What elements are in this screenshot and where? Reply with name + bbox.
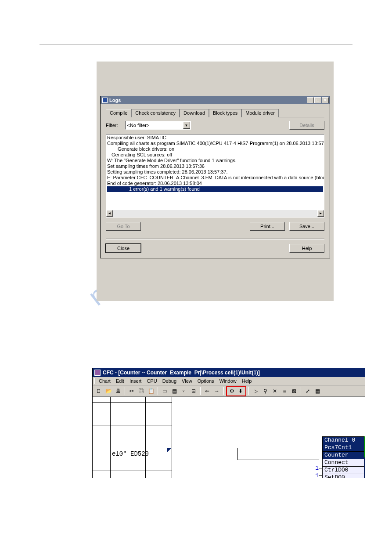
cut-icon[interactable]: ✂ (127, 387, 136, 395)
compile-icon[interactable]: ⚙ (227, 387, 236, 395)
cfc-app-icon (94, 370, 101, 376)
filter-value: <No filter> (127, 123, 150, 128)
tab-check-consistency[interactable]: Check consistency (131, 109, 180, 117)
menu-insert[interactable]: Insert (129, 378, 142, 384)
block-header: Channel 0 (322, 436, 364, 444)
log-line[interactable]: End of code generator: 28.06.2013 13:58:… (107, 181, 323, 186)
tab-compile[interactable]: Compile (106, 109, 131, 117)
goto-button[interactable]: Go To (106, 222, 141, 231)
cfc-titlebar: CFC - [Counter -- Counter_Example_Prj\Pr… (93, 368, 365, 377)
toolbar-separator (301, 387, 301, 395)
menu-window[interactable]: Window (219, 378, 237, 384)
scroll-right-icon[interactable]: ► (317, 210, 324, 217)
paste-icon[interactable]: 📋 (147, 387, 155, 395)
menu-edit[interactable]: Edit (116, 378, 124, 384)
new-icon[interactable]: 🗋 (94, 387, 103, 395)
cfc-canvas[interactable]: el0" ED520 1 1 0 Channel 0 Pcs7Cnt1 Coun… (93, 397, 365, 478)
right-icon[interactable]: → (212, 387, 221, 395)
close-button[interactable]: Close (106, 244, 141, 253)
msg-icon[interactable]: ⊠ (290, 387, 298, 395)
connection-marker-icon (167, 448, 172, 452)
menubar: Chart Edit Insert CPU Debug View Options… (93, 377, 365, 385)
minimize-icon[interactable]: _ (307, 97, 314, 103)
menu-grip-icon (94, 378, 96, 384)
online-icon[interactable]: ▷ (251, 387, 260, 395)
block-port[interactable]: SetDO0 (322, 474, 364, 478)
menu-chart[interactable]: Chart (99, 378, 111, 384)
toolbar-separator (200, 387, 201, 395)
log-line[interactable]: E: Parameter CFC_COUNTER_A.Channel_3.FM_… (107, 175, 323, 181)
toolbar-separator (125, 387, 125, 395)
block-type: Pcs7Cnt1 (322, 444, 364, 452)
tab-module-driver[interactable]: Module driver (241, 109, 279, 117)
help-button[interactable]: Help (289, 244, 324, 253)
log-line[interactable]: Compiling all charts as program SIMATIC … (107, 141, 323, 146)
test-icon[interactable]: ⚲ (261, 387, 270, 395)
print-icon[interactable]: 🖶 (114, 387, 122, 395)
left-icon[interactable]: ⇐ (203, 387, 212, 395)
open-icon[interactable]: 📂 (104, 387, 113, 395)
titlebar: Logs _ □ ✕ (101, 96, 330, 104)
tabs: Compile Check consistency Download Block… (106, 109, 324, 117)
menu-debug[interactable]: Debug (162, 378, 176, 384)
menu-help[interactable]: Help (242, 378, 252, 384)
trend-icon[interactable]: ≡ (280, 387, 289, 395)
log-line[interactable]: Responsible user: SIMATIC (107, 135, 323, 141)
watch-icon[interactable]: ✕ (270, 387, 279, 395)
logs-dialog: Logs _ □ ✕ Compile Check consistency Dow… (100, 96, 330, 258)
maximize-icon[interactable]: □ (314, 97, 321, 103)
h-scrollbar[interactable]: ◄ ► (106, 210, 324, 217)
details-button[interactable]: Details (289, 121, 324, 130)
catalog-icon[interactable]: ▭ (160, 387, 169, 395)
block-status-icon (364, 436, 365, 457)
app-icon (102, 98, 108, 103)
zoom-icon[interactable]: ⤢ (303, 387, 312, 395)
filter-combo[interactable]: <No filter> ▼ (125, 121, 191, 130)
menu-options[interactable]: Options (198, 378, 214, 384)
toolbar-separator (248, 387, 249, 395)
io-icon[interactable]: ⫟ (180, 387, 188, 395)
close-icon[interactable]: ✕ (322, 97, 329, 103)
copy-icon[interactable]: ⿻ (137, 387, 146, 395)
block-name: Counter (322, 452, 364, 459)
tab-download[interactable]: Download (180, 109, 209, 117)
sheet-icon[interactable]: ▤ (170, 387, 179, 395)
port-value: 1 (315, 465, 319, 472)
diag-icon[interactable]: ⊟ (189, 387, 198, 395)
toolbar-separator (158, 387, 158, 395)
log-line[interactable]: Generate block drivers: on (107, 146, 323, 152)
dialog-backdrop: Logs _ □ ✕ Compile Check consistency Dow… (97, 62, 334, 301)
log-line[interactable]: Setting sampling times completed: 28.06.… (107, 169, 323, 175)
log-line[interactable]: Set sampling times from 28.06.2013 13:57… (107, 163, 323, 169)
save-button[interactable]: Save... (289, 222, 324, 231)
download-icon[interactable]: ⬇ (236, 387, 245, 395)
menu-cpu[interactable]: CPU (147, 378, 157, 384)
scroll-left-icon[interactable]: ◄ (106, 210, 113, 217)
toolbar-separator (223, 387, 224, 395)
block-side-icon (364, 457, 365, 478)
menu-view[interactable]: View (182, 378, 192, 384)
toolbar: 🗋📂🖶✂⿻📋▭▤⫟⊟⇐→⚙⬇▷⚲✕≡⊠⤢▦ (93, 385, 365, 397)
cell-label: el0" ED520 (112, 450, 149, 457)
log-line[interactable]: W: The "Generate Module Driver" function… (107, 158, 323, 163)
port-value: 1 (315, 472, 319, 478)
filter-label: Filter: (106, 123, 118, 128)
print-button[interactable]: Print... (250, 222, 285, 231)
log-line[interactable]: Generating SCL sources: off (107, 152, 323, 158)
block-port[interactable]: Connect (322, 459, 364, 467)
scroll-track[interactable] (113, 210, 317, 217)
chevron-down-icon[interactable]: ▼ (183, 122, 190, 129)
log-list[interactable]: Responsible user: SIMATIC Compiling all … (106, 134, 324, 218)
grid-icon[interactable]: ▦ (313, 387, 322, 395)
toolbar-highlight: ⚙⬇ (226, 386, 246, 396)
block-port[interactable]: CtrlDO0 (322, 467, 364, 474)
function-block[interactable]: Channel 0 Pcs7Cnt1 Counter Connect CtrlD… (322, 436, 364, 478)
window-title: Logs (109, 98, 307, 103)
cfc-title-text: CFC - [Counter -- Counter_Example_Prj\Pr… (103, 370, 260, 376)
tab-block-types[interactable]: Block types (209, 109, 241, 117)
cfc-app-window: CFC - [Counter -- Counter_Example_Prj\Pr… (92, 368, 365, 478)
log-line-selected[interactable]: 1 error(s) and 1 warning(s) found (107, 186, 323, 192)
